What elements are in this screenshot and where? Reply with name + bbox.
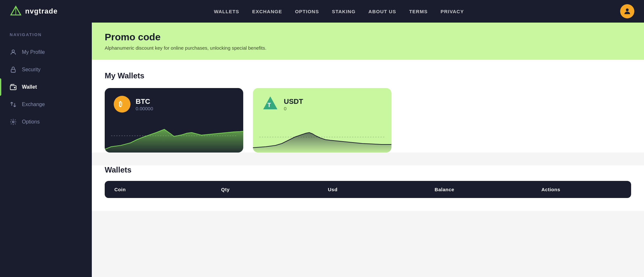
nav-about[interactable]: ABOUT US: [369, 9, 396, 14]
svg-text:T: T: [267, 102, 271, 108]
wallets-table: Coin Qty Usd Balance Actions: [105, 181, 631, 198]
btc-balance: 0.00000: [136, 106, 153, 111]
wallets-table-title: Wallets: [105, 165, 631, 181]
user-avatar[interactable]: [620, 4, 634, 18]
top-navigation: nvgtrade WALLETS EXCHANGE OPTIONS STAKIN…: [0, 0, 644, 23]
usdt-chart: [253, 124, 391, 153]
sidebar-label-options: Options: [22, 119, 40, 125]
my-wallets-title: My Wallets: [105, 71, 631, 80]
my-wallets-section: My Wallets ₿ BTC 0.00000: [92, 60, 644, 153]
usdt-logo: T: [262, 96, 279, 113]
topnav-links: WALLETS EXCHANGE OPTIONS STAKING ABOUT U…: [214, 9, 464, 14]
sidebar-item-my-profile[interactable]: My Profile: [0, 44, 92, 61]
usdt-name: USDT: [284, 97, 303, 106]
usdt-balance: 0: [284, 106, 303, 111]
wallet-icon: [10, 84, 17, 91]
logo-text: nvgtrade: [25, 7, 58, 15]
sidebar-item-wallet[interactable]: Wallet: [0, 78, 92, 96]
table-header: Coin Qty Usd Balance Actions: [105, 181, 631, 198]
svg-point-3: [12, 50, 14, 52]
nav-options[interactable]: OPTIONS: [295, 9, 319, 14]
btc-logo: ₿: [114, 96, 130, 113]
wallets-table-section: Wallets Coin Qty Usd Balance Actions: [92, 165, 644, 211]
header-qty: Qty: [221, 187, 328, 192]
sidebar-label-security: Security: [22, 67, 41, 73]
nav-staking[interactable]: STAKING: [332, 9, 355, 14]
svg-text:₿: ₿: [119, 101, 122, 108]
wallet-cards: ₿ BTC 0.00000: [105, 88, 631, 153]
nav-exchange[interactable]: EXCHANGE: [252, 9, 282, 14]
usdt-wallet-card[interactable]: T USDT 0: [253, 88, 391, 153]
sidebar-nav-label: Navigation: [0, 32, 92, 44]
user-icon: [10, 49, 17, 56]
btc-wallet-card[interactable]: ₿ BTC 0.00000: [105, 88, 243, 153]
logo[interactable]: nvgtrade: [10, 5, 58, 17]
options-icon: [10, 118, 17, 125]
lock-icon: [10, 66, 17, 73]
btc-name: BTC: [136, 97, 153, 106]
header-balance: Balance: [435, 187, 541, 192]
btc-coin-header: ₿ BTC 0.00000: [114, 96, 234, 113]
svg-point-6: [14, 87, 15, 88]
header-usd: Usd: [328, 187, 435, 192]
svg-rect-4: [11, 69, 15, 72]
usdt-info: USDT 0: [284, 97, 303, 111]
exchange-icon: [10, 101, 17, 108]
header-actions: Actions: [541, 187, 621, 192]
btc-chart: [105, 124, 243, 153]
sidebar: Navigation My Profile Security Wallet: [0, 23, 92, 277]
nav-privacy[interactable]: PRIVACY: [440, 9, 464, 14]
promo-banner: Promo code Alphanumeric discount key for…: [92, 23, 644, 60]
sidebar-item-options[interactable]: Options: [0, 113, 92, 131]
sidebar-item-exchange[interactable]: Exchange: [0, 96, 92, 113]
promo-title: Promo code: [105, 32, 628, 43]
promo-subtitle: Alphanumeric discount key for online pur…: [105, 45, 628, 51]
sidebar-item-security[interactable]: Security: [0, 61, 92, 78]
sidebar-label-exchange: Exchange: [22, 102, 45, 107]
main-content: Promo code Alphanumeric discount key for…: [92, 23, 644, 277]
btc-info: BTC 0.00000: [136, 97, 153, 111]
usdt-coin-header: T USDT 0: [262, 96, 382, 113]
nav-terms[interactable]: TERMS: [409, 9, 428, 14]
svg-point-7: [12, 121, 14, 123]
sidebar-label-wallet: Wallet: [22, 84, 37, 90]
nav-wallets[interactable]: WALLETS: [214, 9, 239, 14]
header-coin: Coin: [114, 187, 221, 192]
svg-point-2: [626, 8, 629, 11]
sidebar-label-my-profile: My Profile: [22, 49, 45, 55]
